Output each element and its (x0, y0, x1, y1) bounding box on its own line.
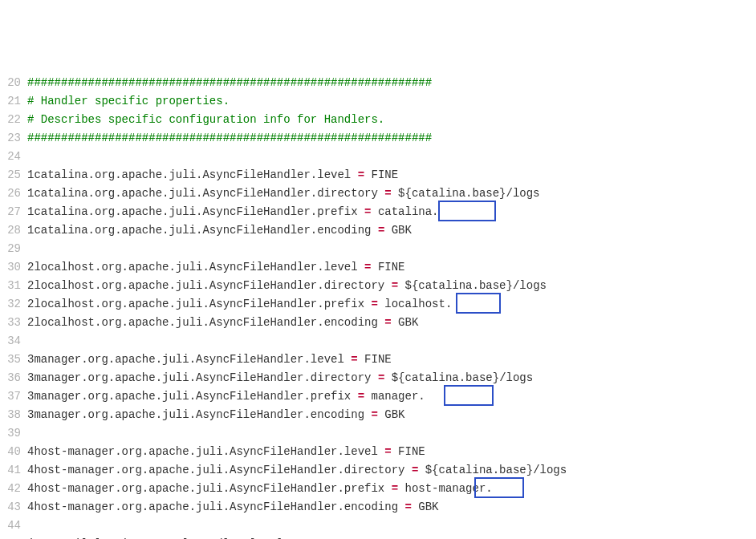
line-number: 20 (0, 74, 21, 92)
equals-op: = (358, 168, 364, 181)
prop-key: 2localhost.org.apache.juli.AsyncFileHand… (27, 316, 378, 329)
prop-key: 3manager.org.apache.juli.AsyncFileHandle… (27, 353, 344, 366)
line-number: 36 (0, 369, 21, 387)
equals-op: = (364, 205, 371, 218)
line-number: 39 (0, 424, 21, 443)
code-area[interactable]: ########################################… (27, 74, 756, 539)
line-number: 22 (0, 111, 21, 129)
line-number: 44 (0, 517, 21, 535)
line-number: 23 (0, 129, 21, 148)
prop-value: localhost. (384, 298, 452, 310)
line-number: 29 (0, 240, 21, 258)
equals-op: = (371, 408, 377, 421)
comment-border: ########################################… (27, 76, 432, 89)
prop-key: 2localhost.org.apache.juli.AsyncFileHand… (27, 298, 364, 310)
line-number: 34 (0, 332, 21, 351)
prop-key: 2localhost.org.apache.juli.AsyncFileHand… (27, 261, 358, 274)
code-editor[interactable]: 2021222324252627282930313233343536373839… (0, 74, 756, 539)
prop-key: 2localhost.org.apache.juli.AsyncFileHand… (27, 279, 384, 292)
line-number: 30 (0, 258, 21, 277)
prop-key: 3manager.org.apache.juli.AsyncFileHandle… (27, 408, 364, 421)
prop-value: catalina. (378, 205, 439, 218)
prop-key: 1catalina.org.apache.juli.AsyncFileHandl… (27, 205, 358, 218)
line-number: 43 (0, 498, 21, 517)
equals-op: = (371, 298, 377, 310)
prop-value: host-manager. (405, 482, 493, 495)
line-number: 37 (0, 387, 21, 406)
prop-value: FINE (371, 168, 398, 181)
prop-key: 1catalina.org.apache.juli.AsyncFileHandl… (27, 224, 371, 237)
equals-op: = (364, 261, 371, 274)
prop-key: 4host-manager.org.apache.juli.AsyncFileH… (27, 500, 398, 513)
line-number: 31 (0, 277, 21, 295)
comment-line: # Describes specific configuration info … (27, 113, 384, 126)
line-number: 26 (0, 184, 21, 203)
line-number: 25 (0, 166, 21, 184)
prop-value: ${catalina.base}/logs (405, 279, 547, 292)
equals-op: = (384, 187, 391, 200)
line-gutter: 2021222324252627282930313233343536373839… (0, 74, 27, 539)
line-number: 33 (0, 314, 21, 332)
line-number: 42 (0, 480, 21, 498)
equals-op: = (384, 445, 391, 458)
prop-value: FINE (398, 445, 425, 458)
equals-op: = (412, 464, 418, 476)
equals-op: = (378, 224, 384, 237)
equals-op: = (384, 316, 391, 329)
prop-key: 1catalina.org.apache.juli.AsyncFileHandl… (27, 187, 378, 200)
prop-value: ${catalina.base}/logs (425, 464, 567, 476)
equals-op: = (378, 371, 384, 384)
prop-value: FINE (364, 353, 392, 366)
prop-key: 4host-manager.org.apache.juli.AsyncFileH… (27, 482, 384, 495)
prop-key: 4host-manager.org.apache.juli.AsyncFileH… (27, 464, 404, 476)
prop-value: ${catalina.base}/logs (392, 371, 533, 384)
line-number: 35 (0, 351, 21, 369)
line-number: 40 (0, 443, 21, 461)
prop-value: FINE (378, 261, 405, 274)
prop-key: 1catalina.org.apache.juli.AsyncFileHandl… (27, 168, 351, 181)
prop-value: GBK (392, 224, 412, 237)
prop-value: GBK (384, 408, 404, 421)
line-number: 28 (0, 221, 21, 240)
comment-border: ########################################… (27, 132, 432, 144)
equals-op: = (351, 353, 357, 366)
equals-op: = (358, 390, 364, 403)
line-number: 27 (0, 203, 21, 221)
line-number: 32 (0, 295, 21, 314)
line-number: 45 (0, 535, 21, 539)
prop-value: GBK (418, 500, 438, 513)
prop-value: manager. (371, 390, 425, 403)
prop-value: ${catalina.base}/logs (398, 187, 539, 200)
prop-value: GBK (398, 316, 418, 329)
equals-op: = (404, 500, 411, 513)
prop-key: 4host-manager.org.apache.juli.AsyncFileH… (27, 445, 378, 458)
equals-op: = (392, 279, 398, 292)
equals-op: = (392, 482, 398, 495)
prop-key: 3manager.org.apache.juli.AsyncFileHandle… (27, 390, 351, 403)
line-number: 24 (0, 148, 21, 166)
line-number: 41 (0, 461, 21, 480)
comment-line: # Handler specific properties. (27, 95, 230, 107)
line-number: 21 (0, 92, 21, 111)
line-number: 38 (0, 406, 21, 424)
prop-key: 3manager.org.apache.juli.AsyncFileHandle… (27, 371, 371, 384)
